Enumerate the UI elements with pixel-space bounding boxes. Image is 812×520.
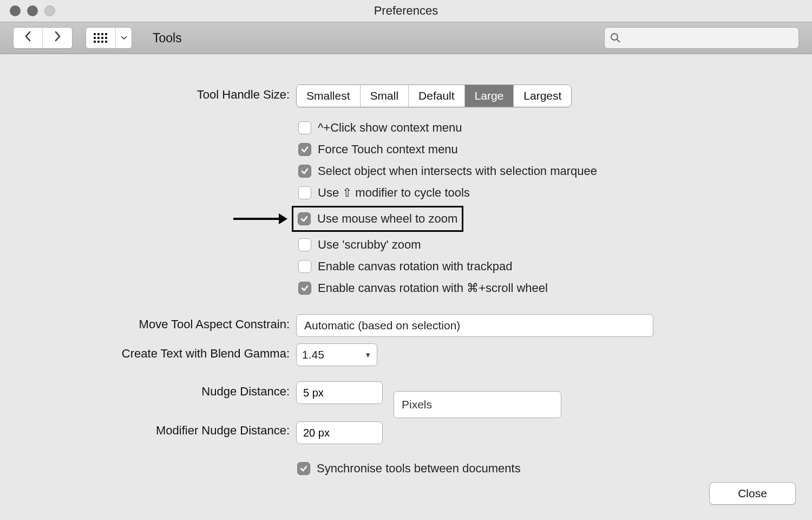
window-title: Preferences <box>0 4 812 18</box>
tool-handle-size-segmented: Smallest Small Default Large Largest <box>296 84 572 107</box>
chevron-right-icon <box>53 31 62 42</box>
blend-gamma-value: 1.45 <box>302 348 324 361</box>
checkbox-label: Force Touch context menu <box>318 142 458 157</box>
blend-gamma-combo[interactable]: 1.45 ▼ <box>296 343 377 366</box>
svg-rect-0 <box>94 33 96 35</box>
zoom-window-icon[interactable] <box>44 5 55 16</box>
checkbox-icon <box>298 282 311 295</box>
show-all-menu-button[interactable] <box>115 28 132 48</box>
segment-largest[interactable]: Largest <box>514 85 571 107</box>
footer: Close <box>709 482 796 505</box>
svg-rect-8 <box>94 41 96 43</box>
search-icon <box>610 32 621 43</box>
checkbox-icon <box>298 186 311 199</box>
checkbox-shift-cycle[interactable]: Use ⇧ modifier to cycle tools <box>296 182 599 204</box>
blend-gamma-label: Create Text with Blend Gamma: <box>22 343 290 361</box>
segment-smallest[interactable]: Smallest <box>297 85 361 107</box>
checkbox-icon <box>298 165 311 178</box>
close-button[interactable]: Close <box>709 482 796 505</box>
move-tool-aspect-label: Move Tool Aspect Constrain: <box>22 314 290 332</box>
grid-icon <box>93 32 108 43</box>
chevron-down-icon: ▼ <box>364 351 371 359</box>
svg-rect-3 <box>105 33 107 35</box>
back-button[interactable] <box>14 28 43 48</box>
tool-handle-size-label: Tool Handle Size: <box>22 84 290 102</box>
checkbox-rotate-trackpad[interactable]: Enable canvas rotation with trackpad <box>296 256 599 277</box>
checkbox-rotate-scroll[interactable]: Enable canvas rotation with ⌘+scroll whe… <box>296 277 599 299</box>
nudge-distance-label: Nudge Distance: <box>22 381 290 399</box>
svg-rect-2 <box>101 33 103 35</box>
minimize-window-icon[interactable] <box>27 5 38 16</box>
checkbox-ctrl-click-context[interactable]: ^+Click show context menu <box>296 117 599 139</box>
svg-rect-6 <box>101 37 103 39</box>
svg-rect-10 <box>101 41 103 43</box>
highlight-box: Use mouse wheel to zoom <box>292 206 463 232</box>
segment-default[interactable]: Default <box>409 85 465 107</box>
nav-buttons <box>13 27 73 49</box>
toolbar-section-title: Tools <box>153 31 182 46</box>
highlighted-option-wrap: Use mouse wheel to zoom <box>292 206 604 232</box>
move-tool-aspect-select[interactable]: Automatic (based on selection) <box>296 314 653 337</box>
preferences-toolbar: Tools <box>0 22 812 54</box>
svg-rect-11 <box>105 41 107 43</box>
forward-button[interactable] <box>43 28 72 48</box>
svg-rect-9 <box>97 41 100 43</box>
checkbox-scrubby-zoom[interactable]: Use 'scrubby' zoom <box>296 234 599 256</box>
checkbox-label: Select object when intersects with selec… <box>318 164 597 178</box>
checkbox-wheel-zoom[interactable]: Use mouse wheel to zoom <box>298 211 457 227</box>
checkbox-sync-tools[interactable]: Synchronise tools between documents <box>296 459 522 478</box>
tools-form: Tool Handle Size: Smallest Small Default… <box>22 65 790 478</box>
checkbox-label: Use 'scrubby' zoom <box>318 238 421 252</box>
checkbox-icon <box>298 238 311 251</box>
checkbox-select-intersect[interactable]: Select object when intersects with selec… <box>296 160 599 182</box>
nudge-distance-input[interactable] <box>296 381 383 404</box>
checkbox-label: Use mouse wheel to zoom <box>317 212 457 226</box>
checkbox-icon <box>298 212 311 225</box>
show-all-dropdown <box>86 27 132 49</box>
svg-rect-1 <box>97 33 100 35</box>
show-all-button[interactable] <box>86 28 115 48</box>
checkbox-icon <box>298 143 311 156</box>
checkbox-label: Enable canvas rotation with ⌘+scroll whe… <box>318 281 548 295</box>
window-titlebar: Preferences <box>0 0 812 22</box>
segment-small[interactable]: Small <box>361 85 409 107</box>
nudge-unit-value: Pixels <box>402 398 432 411</box>
segment-large[interactable]: Large <box>465 85 514 107</box>
checkbox-icon <box>298 260 311 273</box>
move-tool-aspect-value: Automatic (based on selection) <box>304 319 460 332</box>
modifier-nudge-distance-input[interactable] <box>296 421 383 444</box>
preferences-content: Tool Handle Size: Smallest Small Default… <box>0 54 812 489</box>
nudge-unit-select[interactable]: Pixels <box>394 391 561 418</box>
svg-line-13 <box>617 40 620 42</box>
checkbox-label: Enable canvas rotation with trackpad <box>318 259 513 274</box>
search-field[interactable] <box>604 27 799 49</box>
annotation-arrow-icon <box>233 211 287 226</box>
chevron-left-icon <box>24 31 32 42</box>
svg-rect-4 <box>94 37 96 39</box>
checkbox-label: Synchronise tools between documents <box>317 461 521 476</box>
checkbox-label: ^+Click show context menu <box>318 121 462 135</box>
window-controls <box>10 5 55 16</box>
modifier-nudge-distance-label: Modifier Nudge Distance: <box>22 418 290 438</box>
svg-rect-7 <box>105 37 107 39</box>
checkbox-force-touch-context[interactable]: Force Touch context menu <box>296 139 599 160</box>
svg-rect-5 <box>97 37 100 39</box>
checkbox-icon <box>298 121 311 134</box>
chevron-down-icon <box>121 36 127 40</box>
search-input[interactable] <box>625 32 793 44</box>
svg-point-12 <box>611 34 618 40</box>
close-window-icon[interactable] <box>10 5 21 16</box>
checkbox-label: Use ⇧ modifier to cycle tools <box>318 186 470 200</box>
tool-checkboxes: ^+Click show context menu Force Touch co… <box>296 117 599 299</box>
checkbox-icon <box>297 462 310 475</box>
